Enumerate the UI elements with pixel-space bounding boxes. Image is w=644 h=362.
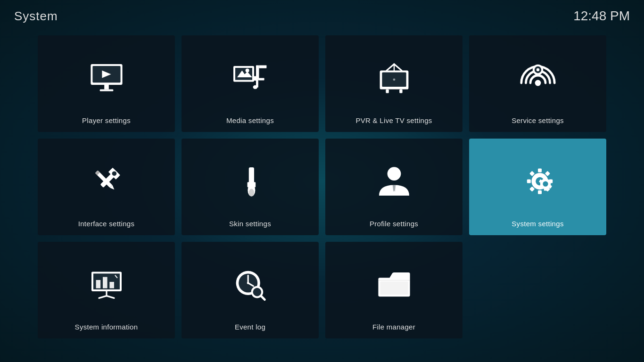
svg-rect-21 [399,90,402,93]
system-settings-tile[interactable]: System settings [469,139,606,235]
service-settings-label: Service settings [512,116,564,124]
profile-settings-label: Profile settings [370,220,418,228]
svg-point-23 [535,80,541,86]
svg-point-71 [247,282,249,284]
svg-point-37 [248,189,254,197]
settings-grid: Player settings Media settings [38,35,606,338]
player-settings-label: Player settings [82,116,131,124]
svg-rect-48 [527,180,530,183]
skin-icon [231,148,269,215]
svg-rect-13 [258,78,264,81]
system-settings-label: System settings [512,220,563,228]
svg-rect-55 [544,188,546,191]
system-icon [519,148,557,215]
filemanager-icon [375,251,413,318]
pvr-settings-label: PVR & Live TV settings [355,116,432,124]
svg-point-51 [543,181,548,187]
svg-line-16 [394,64,402,71]
system-information-tile[interactable]: System information [38,242,175,338]
clock: 12:48 PM [573,8,630,24]
svg-point-22 [393,78,395,81]
header: System 12:48 PM [0,0,644,32]
svg-rect-62 [109,282,114,288]
svg-line-15 [387,64,394,71]
pvr-icon [375,45,413,112]
sysinfo-icon [88,251,125,318]
player-icon [88,45,125,112]
service-settings-tile[interactable]: Service settings [469,35,606,132]
event-log-tile[interactable]: Event log [182,242,319,338]
svg-rect-52 [544,177,546,180]
interface-settings-label: Interface settings [78,220,135,228]
svg-point-26 [536,68,539,71]
eventlog-icon [231,251,269,318]
svg-point-73 [253,288,261,296]
player-settings-tile[interactable]: Player settings [38,35,175,132]
svg-line-65 [99,296,107,298]
svg-rect-3 [104,85,109,90]
svg-rect-77 [380,281,408,295]
svg-rect-42 [538,168,542,172]
system-information-label: System information [75,323,138,331]
media-settings-label: Media settings [226,116,274,124]
svg-point-14 [253,85,257,89]
svg-point-8 [245,69,249,73]
interface-settings-tile[interactable]: Interface settings [38,139,175,235]
svg-rect-34 [248,167,254,183]
empty-cell [469,242,606,338]
file-manager-label: File manager [372,323,415,331]
event-log-label: Event log [235,323,265,331]
svg-point-38 [387,167,401,181]
svg-rect-61 [103,277,107,288]
media-settings-tile[interactable]: Media settings [182,35,319,132]
profile-icon [375,148,413,215]
svg-rect-4 [99,90,113,91]
media-icon [231,45,269,112]
skin-settings-tile[interactable]: Skin settings [182,139,319,235]
profile-settings-tile[interactable]: Profile settings [325,139,462,235]
svg-rect-46 [538,190,542,194]
interface-icon [88,148,125,215]
svg-line-66 [107,296,114,298]
file-manager-tile[interactable]: File manager [325,242,462,338]
svg-rect-20 [386,90,388,93]
page-title: System [14,9,58,24]
service-icon [519,45,557,112]
svg-line-74 [261,296,264,299]
svg-rect-10 [259,65,266,68]
svg-rect-60 [96,280,100,288]
pvr-settings-tile[interactable]: PVR & Live TV settings [325,35,462,132]
skin-settings-label: Skin settings [229,220,271,228]
